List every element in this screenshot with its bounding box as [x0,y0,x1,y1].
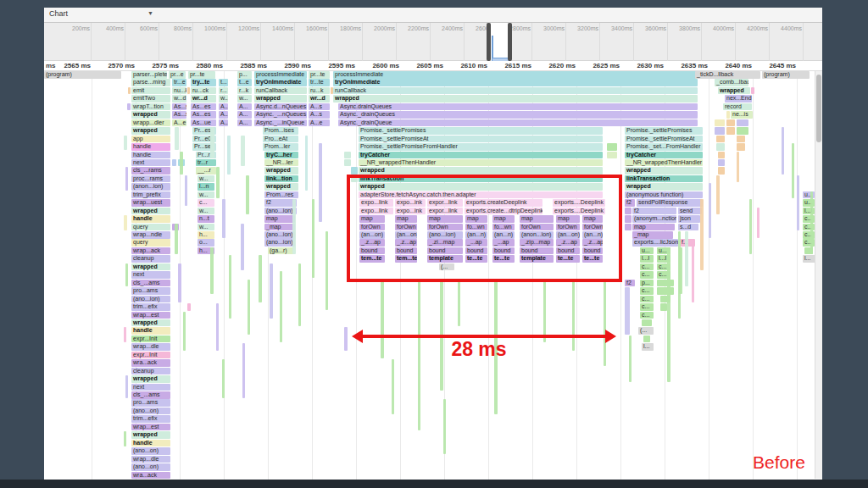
flame-block[interactable]: Async._...nQueues [254,111,307,119]
flame-block[interactable]: r... [219,87,228,95]
flame-block[interactable]: _map [632,231,673,239]
flame-block[interactable] [737,136,745,143]
flame-block[interactable]: ne...is [731,111,753,119]
flame-block[interactable]: r...k [237,87,252,95]
flame-block[interactable]: Async._drainQueues [338,111,698,119]
flame-block[interactable]: wra...ack [131,359,170,367]
flame-block[interactable]: h... [198,231,214,239]
flame-block[interactable]: c... [198,199,214,207]
flame-block[interactable]: wrapped [254,95,307,103]
flame-block[interactable]: expr...Init [131,352,170,359]
flame-block[interactable]: l... [642,343,654,351]
flame-block[interactable]: (anon...ion) [131,183,170,191]
flame-block[interactable]: tryCatcher [359,152,603,159]
flame-block[interactable]: wrapT...tion [131,103,170,111]
flame-block[interactable]: send [678,208,702,215]
flame-block[interactable]: wrapped [131,263,170,271]
flame-block[interactable]: pr...te [309,71,330,79]
flame-block[interactable]: f2 [625,280,635,287]
flame-block[interactable]: tryC...her [264,152,298,159]
flame-block[interactable]: wrap...ndle [131,231,170,239]
flame-block[interactable]: Promise._settlePromises [625,127,703,135]
flame-block[interactable]: proc...rams [131,175,170,183]
flame-block[interactable]: f2 [632,208,676,215]
flame-block[interactable] [726,119,735,127]
flame-block[interactable]: processImmediate [333,71,698,79]
flame-block[interactable] [625,215,632,223]
flame-block[interactable]: tryCatcher [625,152,703,159]
flame-block[interactable] [344,159,351,167]
flame-block[interactable]: c... [640,303,654,311]
flame-block[interactable] [737,143,745,151]
flame-block[interactable]: c... [640,287,654,295]
flame-block[interactable] [642,319,652,327]
flame-block[interactable]: pro...ams [131,399,170,407]
flame-block[interactable]: (program) [44,71,121,79]
flame-block[interactable]: o... [198,239,214,247]
flame-block[interactable] [715,127,725,135]
flame-block[interactable]: A...s [309,103,330,111]
flame-block[interactable]: (ano...ion) [264,231,295,239]
flame-block[interactable]: _tickD...llback [695,71,760,79]
flame-block[interactable]: _map [264,224,295,231]
flame-block[interactable]: json [678,215,700,223]
flame-block[interactable]: f2 [625,199,635,207]
flame-block[interactable]: A... [219,111,228,119]
flame-block[interactable]: next [131,159,170,167]
flame-block[interactable]: wrapp...dler [131,119,170,127]
flame-block[interactable]: Prom...ises [263,127,298,135]
flame-block[interactable]: tr...r [196,159,216,167]
flame-block[interactable]: wr...d [191,95,216,103]
flame-block[interactable]: trim_prefix [131,191,170,199]
flame-block[interactable] [607,143,617,151]
flame-block[interactable]: pro...ams [131,287,170,295]
flame-block[interactable]: As...es [191,103,216,111]
flame-block[interactable]: cleanup [131,368,170,375]
flame-block[interactable]: sendPollResponse [637,199,703,207]
flame-block[interactable]: Promise._settlePromiseAt [359,136,603,143]
flame-block[interactable]: _comb...lback [715,79,748,86]
flame-block[interactable]: handle [131,143,170,151]
flame-block[interactable] [716,136,725,143]
flame-block[interactable]: handle [131,215,170,223]
flame-block[interactable] [718,167,725,175]
flame-block[interactable]: A...e [309,119,330,127]
flame-block[interactable]: wrapped [264,167,298,175]
flame-block[interactable]: A... [219,119,228,127]
timeline-overview[interactable]: 200ms400ms600ms800ms1000ms1200ms1400ms16… [44,23,822,61]
flame-block[interactable]: tryOnImmediate [254,79,307,86]
flame-block[interactable]: map [264,215,295,223]
flame-block[interactable] [715,119,725,127]
flame-block[interactable]: ru...k [309,87,330,95]
flame-block[interactable]: (ano...on) [131,447,170,455]
flame-block[interactable]: wrapped [131,431,170,439]
flame-block[interactable] [716,143,725,151]
flame-block[interactable]: runCallback [254,87,307,95]
flame-block[interactable]: wrap...est [131,424,170,431]
flame-block[interactable]: Promise._settlePromiseFromHandler [359,143,603,151]
flame-block[interactable]: record [723,103,752,111]
flame-block[interactable]: Promise._set...FromHandler [625,143,703,151]
flame-block[interactable]: wra...ack [131,472,170,480]
flame-block[interactable]: __NR...ler [264,159,298,167]
flame-block[interactable]: Async.drainQueues [338,103,698,111]
flame-block[interactable]: query [131,224,170,231]
flame-block[interactable] [172,159,176,167]
flame-block[interactable] [187,303,191,311]
flame-block[interactable]: wrap...ack [131,247,170,255]
flame-block[interactable]: wrapped [625,167,703,175]
flame-block[interactable]: Promise._settlePromises [359,127,603,135]
flame-block[interactable]: p... [237,71,252,79]
flame-block[interactable] [718,152,725,159]
flame-block[interactable]: A...e [172,119,186,127]
flame-block[interactable]: (ga...r) [268,247,293,255]
flame-block[interactable] [351,167,358,175]
flame-block[interactable]: __NR_wrappedThenHandler [625,159,703,167]
flame-block[interactable]: w...d [172,95,186,103]
flame-block[interactable]: Promise._settlePromiseAt [625,136,703,143]
overview-selection-window[interactable] [491,23,508,61]
flame-block[interactable]: handle [131,327,170,335]
flame-block[interactable] [625,224,632,231]
flame-block[interactable]: A...s [309,111,330,119]
flame-block[interactable] [726,127,735,135]
